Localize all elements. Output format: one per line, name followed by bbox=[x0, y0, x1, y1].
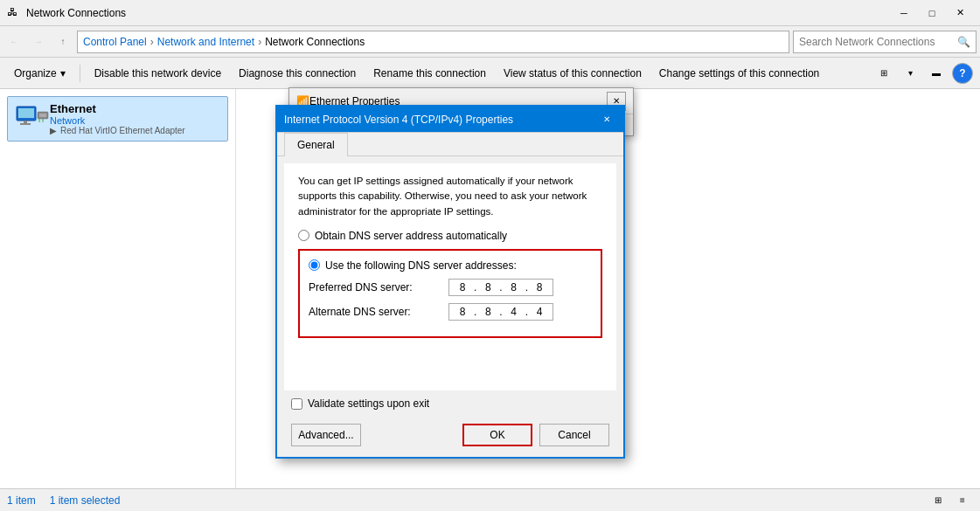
adapter-name: Red Hat VirtIO Ethernet Adapter bbox=[60, 126, 185, 135]
dialog-footer: Advanced... OK Cancel bbox=[277, 417, 623, 457]
view-mode-buttons: ⊞ ≡ bbox=[928, 490, 973, 511]
up-button[interactable]: ↑ bbox=[52, 31, 73, 52]
preferred-dns-label: Preferred DNS server: bbox=[309, 281, 448, 293]
left-panel: Ethernet Network ▶ Red Hat VirtIO Ethern… bbox=[0, 89, 236, 488]
tab-general[interactable]: General bbox=[284, 133, 348, 156]
auto-dns-radio[interactable] bbox=[298, 230, 309, 241]
breadcrumb-current: Network Connections bbox=[265, 36, 365, 48]
tab-bar: General bbox=[277, 133, 623, 156]
svg-rect-2 bbox=[24, 121, 27, 123]
use-dns-group: Use the following DNS server addresses: bbox=[309, 259, 592, 272]
tcp-dialog-title: Internet Protocol Version 4 (TCP/IPv4) P… bbox=[284, 114, 597, 126]
alternate-octet-1[interactable] bbox=[453, 306, 472, 318]
auto-dns-text: Obtain DNS server address automatically bbox=[315, 230, 507, 242]
tcp-dialog-close[interactable]: ✕ bbox=[597, 110, 616, 129]
validate-checkbox-row: Validate settings upon exit bbox=[291, 397, 609, 410]
disable-device-label: Disable this network device bbox=[94, 67, 221, 79]
network-adapter: ▶ Red Hat VirtIO Ethernet Adapter bbox=[50, 126, 185, 135]
svg-rect-1 bbox=[18, 108, 34, 118]
cancel-button[interactable]: Cancel bbox=[539, 424, 609, 446]
view-dropdown-button[interactable]: ▾ bbox=[900, 63, 921, 84]
network-type: Network bbox=[50, 115, 185, 126]
item-count: 1 item bbox=[7, 494, 36, 507]
use-dns-label[interactable]: Use the following DNS server addresses: bbox=[309, 259, 592, 272]
search-icon: 🔍 bbox=[957, 36, 970, 48]
preferred-octet-1[interactable] bbox=[453, 281, 472, 293]
network-item-info: Ethernet Network ▶ Red Hat VirtIO Ethern… bbox=[50, 102, 185, 135]
use-dns-text: Use the following DNS server addresses: bbox=[325, 259, 517, 272]
title-bar-text: Network Connections bbox=[26, 7, 891, 19]
validate-label: Validate settings upon exit bbox=[308, 397, 429, 410]
search-input[interactable] bbox=[799, 36, 957, 48]
auto-dns-label[interactable]: Obtain DNS server address automatically bbox=[298, 230, 602, 242]
toolbar-right: ⊞ ▾ ▬ ? bbox=[873, 63, 973, 84]
organize-label: Organize bbox=[14, 67, 57, 79]
breadcrumb-network-internet[interactable]: Network and Internet bbox=[157, 36, 254, 48]
app-icon: 🖧 bbox=[7, 6, 21, 20]
tcp-dialog-title-bar: Internet Protocol Version 4 (TCP/IPv4) P… bbox=[277, 107, 623, 133]
pane-button[interactable]: ▬ bbox=[926, 63, 947, 84]
preferred-octet-2[interactable] bbox=[478, 281, 497, 293]
toolbar-separator-1 bbox=[80, 65, 80, 82]
diagnose-label: Diagnose this connection bbox=[239, 67, 356, 79]
change-settings-label: Change settings of this connection bbox=[659, 67, 819, 79]
preferred-dns-row: Preferred DNS server: . . . bbox=[309, 279, 592, 296]
alternate-octet-2[interactable] bbox=[478, 306, 497, 318]
alternate-octet-4[interactable] bbox=[530, 306, 549, 318]
preferred-octet-3[interactable] bbox=[504, 281, 524, 293]
organize-arrow: ▾ bbox=[60, 67, 66, 79]
tcp-description: You can get IP settings assigned automat… bbox=[298, 174, 602, 219]
maximize-button[interactable]: □ bbox=[919, 3, 945, 23]
view-status-button[interactable]: View status of this connection bbox=[497, 61, 649, 86]
small-icons-button[interactable]: ≡ bbox=[952, 490, 973, 511]
organize-button[interactable]: Organize ▾ bbox=[7, 61, 73, 86]
use-dns-radio[interactable] bbox=[309, 259, 320, 271]
help-button[interactable]: ? bbox=[952, 63, 973, 84]
ethernet-icon bbox=[15, 105, 50, 133]
back-button[interactable]: ← bbox=[3, 31, 24, 52]
large-icons-button[interactable]: ⊞ bbox=[928, 490, 949, 511]
svg-rect-3 bbox=[20, 123, 31, 125]
dns-section: Use the following DNS server addresses: … bbox=[298, 249, 602, 338]
validate-checkbox[interactable] bbox=[291, 398, 302, 410]
disable-device-button[interactable]: Disable this network device bbox=[87, 61, 228, 86]
address-bar: ← → ↑ Control Panel › Network and Intern… bbox=[0, 26, 980, 58]
alternate-octet-3[interactable] bbox=[504, 306, 524, 318]
tcp-ipv4-dialog: Internet Protocol Version 4 (TCP/IPv4) P… bbox=[275, 105, 625, 459]
alternate-dns-row: Alternate DNS server: . . . bbox=[309, 303, 592, 321]
item-selected: 1 item selected bbox=[50, 494, 121, 507]
search-bar[interactable]: 🔍 bbox=[793, 31, 977, 53]
adapter-icon: ▶ bbox=[50, 126, 57, 135]
advanced-button[interactable]: Advanced... bbox=[291, 424, 361, 446]
forward-button[interactable]: → bbox=[28, 31, 49, 52]
toolbar: Organize ▾ Disable this network device D… bbox=[0, 58, 980, 89]
title-bar-controls: ─ □ ✕ bbox=[891, 3, 973, 23]
tcp-content: You can get IP settings assigned automat… bbox=[284, 163, 616, 390]
preferred-octet-4[interactable] bbox=[530, 281, 549, 293]
alternate-dns-label: Alternate DNS server: bbox=[309, 306, 448, 318]
breadcrumb: Control Panel › Network and Internet › N… bbox=[77, 31, 789, 53]
title-bar: 🖧 Network Connections ─ □ ✕ bbox=[0, 0, 980, 26]
preferred-dns-input[interactable]: . . . bbox=[448, 279, 553, 296]
alternate-dns-input[interactable]: . . . bbox=[448, 303, 553, 321]
auto-dns-group: Obtain DNS server address automatically bbox=[298, 230, 602, 242]
status-bar: 1 item 1 item selected ⊞ ≡ bbox=[0, 488, 980, 511]
view-toggle-button[interactable]: ⊞ bbox=[873, 63, 894, 84]
minimize-button[interactable]: ─ bbox=[891, 3, 917, 23]
change-settings-button[interactable]: Change settings of this connection bbox=[652, 61, 826, 86]
network-item-ethernet[interactable]: Ethernet Network ▶ Red Hat VirtIO Ethern… bbox=[7, 96, 228, 142]
rename-label: Rename this connection bbox=[373, 67, 486, 79]
rename-button[interactable]: Rename this connection bbox=[366, 61, 493, 86]
diagnose-button[interactable]: Diagnose this connection bbox=[232, 61, 363, 86]
ok-button[interactable]: OK bbox=[462, 424, 532, 446]
view-status-label: View status of this connection bbox=[504, 67, 642, 79]
close-button[interactable]: ✕ bbox=[947, 3, 973, 23]
breadcrumb-control-panel[interactable]: Control Panel bbox=[83, 36, 147, 48]
network-name: Ethernet bbox=[50, 102, 185, 115]
svg-rect-5 bbox=[39, 114, 46, 117]
